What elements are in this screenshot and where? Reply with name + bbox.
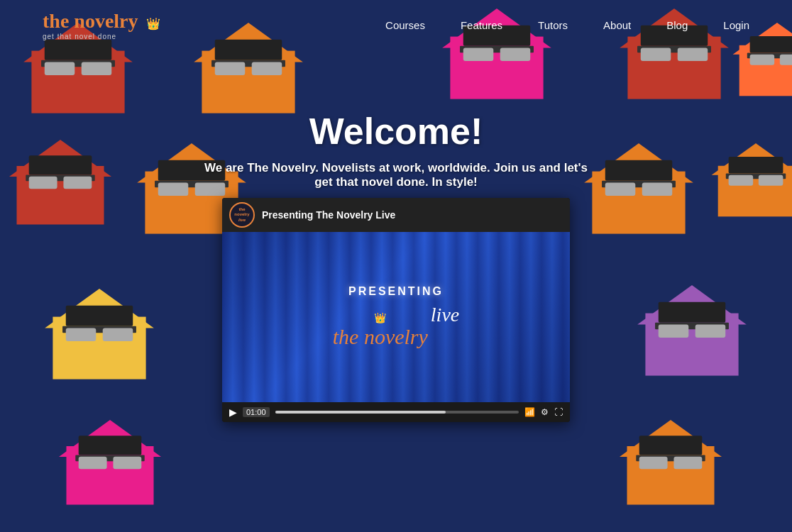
svg-rect-32: [29, 155, 92, 174]
progress-bar[interactable]: [275, 411, 519, 414]
svg-rect-62: [659, 302, 725, 323]
svg-rect-76: [639, 457, 668, 469]
svg-rect-28: [750, 55, 775, 65]
svg-rect-34: [29, 177, 57, 189]
video-screen: PRESENTING 👑 the novelry live: [222, 232, 570, 402]
svg-rect-4: [45, 62, 75, 74]
welcome-title: Welcome!: [309, 110, 483, 153]
house-7: [582, 142, 695, 255]
presenting-label: PRESENTING: [333, 285, 460, 298]
hero-content: Welcome! We are The Novelry. Novelists a…: [198, 110, 594, 422]
svg-rect-40: [158, 182, 189, 195]
video-title: Presenting The Novelry Live: [262, 209, 395, 221]
video-badge: thenovelrylive: [229, 202, 255, 228]
video-player[interactable]: thenovelrylive Presenting The Novelry Li…: [222, 198, 570, 422]
svg-rect-58: [66, 328, 97, 340]
nav-courses[interactable]: Courses: [385, 19, 425, 31]
time-display: 01:00: [243, 407, 270, 417]
settings-icon[interactable]: ⚙: [541, 407, 549, 417]
welcome-subtitle: We are The Novelry. Novelists at work, w…: [198, 161, 594, 189]
nav-blog[interactable]: Blog: [666, 19, 688, 31]
svg-rect-46: [605, 182, 636, 195]
svg-rect-22: [641, 48, 671, 60]
svg-rect-17: [500, 48, 531, 60]
play-button[interactable]: ▶: [229, 406, 237, 418]
crown-icon: 👑: [333, 312, 428, 323]
nav-features[interactable]: Features: [461, 19, 502, 31]
svg-rect-64: [659, 324, 689, 337]
house-11: [57, 419, 163, 525]
svg-rect-16: [463, 48, 494, 60]
fullscreen-icon[interactable]: ⛶: [554, 407, 563, 417]
svg-rect-70: [79, 457, 107, 469]
svg-rect-56: [66, 306, 133, 326]
svg-rect-68: [79, 436, 142, 455]
video-controls[interactable]: ▶ 01:00 📶 ⚙ ⛶: [222, 402, 570, 422]
house-9: [43, 287, 156, 401]
house-10: [635, 284, 749, 397]
logo-text: the novelry 👑: [43, 10, 160, 33]
svg-rect-74: [639, 436, 703, 455]
svg-rect-77: [673, 457, 702, 469]
svg-rect-44: [605, 160, 672, 181]
svg-rect-29: [780, 55, 792, 65]
svg-rect-35: [63, 177, 92, 189]
logo[interactable]: the novelry 👑 get that novel done: [43, 10, 160, 40]
novelry-text: the novelry: [333, 325, 428, 348]
svg-rect-23: [678, 48, 708, 60]
svg-rect-59: [103, 328, 133, 340]
house-5: [7, 138, 114, 245]
svg-rect-71: [113, 457, 141, 469]
video-screen-content: PRESENTING 👑 the novelry live: [333, 285, 460, 349]
logo-tagline: get that novel done: [43, 33, 116, 40]
nav-links: Courses Features Tutors About Blog Login: [385, 19, 749, 31]
house-12: [617, 419, 724, 525]
nav-about[interactable]: About: [603, 19, 631, 31]
video-topbar: thenovelrylive Presenting The Novelry Li…: [222, 198, 570, 232]
house-8: [710, 142, 792, 234]
svg-rect-5: [82, 62, 112, 74]
svg-rect-53: [759, 175, 783, 186]
svg-rect-52: [729, 175, 754, 186]
svg-rect-11: [252, 62, 282, 74]
svg-rect-50: [729, 157, 783, 174]
progress-fill: [275, 411, 446, 414]
svg-rect-65: [695, 324, 726, 337]
svg-rect-10: [215, 62, 246, 74]
navigation: the novelry 👑 get that novel done Course…: [0, 0, 792, 50]
volume-icon[interactable]: 📶: [524, 407, 535, 417]
nav-login[interactable]: Login: [723, 19, 749, 31]
svg-rect-47: [642, 182, 673, 195]
nav-tutors[interactable]: Tutors: [538, 19, 568, 31]
live-text: live: [431, 304, 459, 326]
